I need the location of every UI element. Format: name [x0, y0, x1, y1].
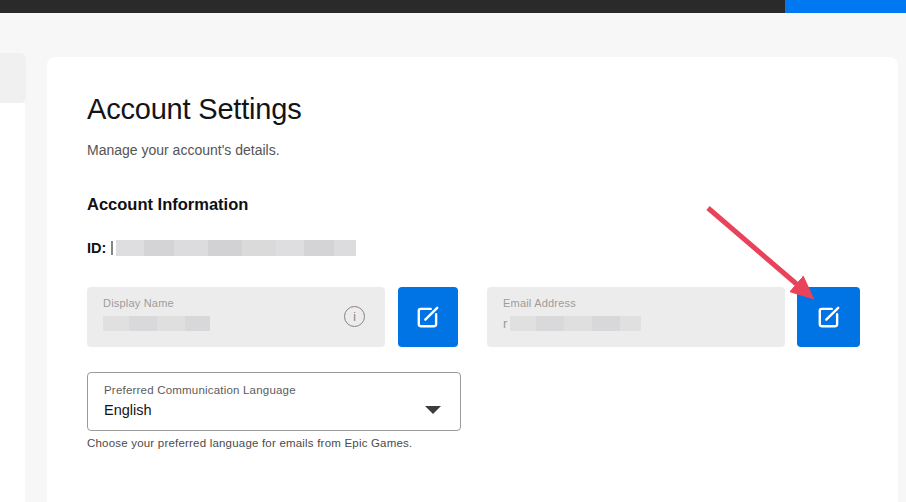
sidebar-item-highlight[interactable]	[0, 53, 26, 103]
top-navigation-bar	[0, 0, 906, 13]
account-id-label: ID:	[87, 240, 106, 256]
language-dropdown-label: Preferred Communication Language	[104, 384, 296, 396]
account-settings-page: Account Settings Manage your account's d…	[0, 0, 906, 502]
edit-email-button[interactable]	[797, 287, 860, 347]
caret-down-icon	[425, 406, 441, 414]
edit-icon	[415, 304, 441, 330]
account-id-redacted-value	[116, 240, 356, 256]
settings-card: Account Settings Manage your account's d…	[47, 57, 898, 502]
email-visible-prefix: r	[503, 316, 507, 331]
language-dropdown[interactable]: Preferred Communication Language English	[87, 372, 461, 431]
email-redacted-value	[510, 316, 641, 331]
page-title: Account Settings	[87, 93, 301, 126]
account-id-row: ID:	[87, 239, 356, 257]
section-heading-account-information: Account Information	[87, 195, 248, 214]
email-field[interactable]: Email Address r	[487, 287, 785, 347]
sidebar-panel	[0, 103, 25, 502]
account-id-partial-char	[111, 241, 113, 255]
display-name-field[interactable]: Display Name i	[87, 287, 385, 347]
edit-icon	[816, 304, 842, 330]
display-name-label: Display Name	[103, 297, 174, 309]
display-name-redacted-value	[103, 316, 210, 331]
language-dropdown-value: English	[104, 402, 152, 418]
topbar-blue-segment[interactable]	[785, 0, 906, 13]
email-label: Email Address	[503, 297, 576, 309]
edit-display-name-button[interactable]	[398, 287, 458, 347]
page-subtitle: Manage your account's details.	[87, 142, 280, 158]
info-icon[interactable]: i	[344, 306, 365, 327]
language-help-text: Choose your preferred language for email…	[87, 437, 412, 449]
